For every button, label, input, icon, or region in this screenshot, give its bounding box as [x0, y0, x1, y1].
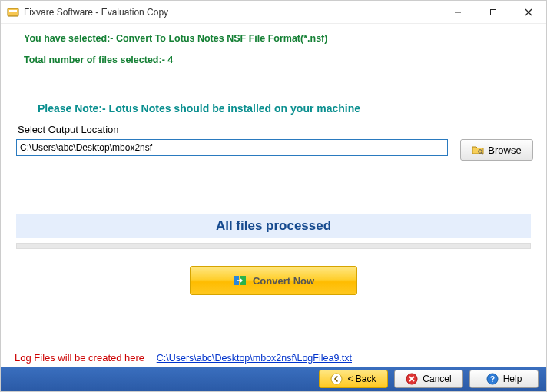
cancel-label: Cancel — [423, 374, 451, 384]
folder-search-icon — [472, 145, 484, 155]
log-prefix: Log Files will be created here — [15, 352, 144, 364]
output-location-label: Select Output Location — [18, 124, 546, 135]
maximize-button[interactable] — [476, 1, 511, 23]
svg-rect-1 — [9, 10, 17, 12]
convert-icon — [233, 274, 247, 287]
title-bar: Fixvare Software - Evaluation Copy — [1, 1, 546, 24]
log-file-link[interactable]: C:\Users\abc\Desktop\mbox2nsf\LogFilea9.… — [157, 353, 352, 364]
cancel-button[interactable]: Cancel — [394, 370, 463, 388]
convert-now-button[interactable]: Convert Now — [190, 266, 357, 295]
progress-bar — [16, 243, 531, 249]
svg-text:?: ? — [490, 375, 495, 384]
help-label: Help — [503, 374, 522, 384]
close-button[interactable] — [511, 1, 546, 23]
minimize-button[interactable] — [440, 1, 476, 23]
browse-button[interactable]: Browse — [460, 139, 533, 161]
help-button[interactable]: ? Help — [469, 370, 539, 388]
convert-label: Convert Now — [253, 275, 314, 287]
browse-label: Browse — [488, 145, 521, 156]
log-line: Log Files will be created here C:\Users\… — [15, 352, 352, 364]
back-button[interactable]: < Back — [319, 370, 388, 388]
selected-format-text: You have selected:- Convert To Lotus Not… — [24, 33, 546, 44]
back-label: < Back — [347, 374, 376, 384]
note-text: Please Note:- Lotus Notes should be inst… — [38, 102, 546, 115]
cancel-icon — [406, 373, 418, 385]
output-path-input[interactable] — [16, 139, 448, 156]
main-content: You have selected:- Convert To Lotus Not… — [1, 24, 546, 367]
svg-rect-3 — [491, 9, 496, 15]
output-row: Browse — [16, 137, 546, 158]
help-icon: ? — [486, 373, 499, 385]
app-icon — [7, 6, 19, 18]
window-controls — [440, 1, 546, 23]
svg-rect-0 — [8, 8, 18, 16]
arrow-left-icon — [330, 373, 343, 385]
window-title: Fixvare Software - Evaluation Copy — [24, 7, 168, 18]
bottom-button-bar: < Back Cancel ? Help — [1, 367, 546, 391]
file-count-text: Total number of files selected:- 4 — [24, 55, 546, 65]
svg-point-10 — [331, 374, 342, 384]
status-banner: All files processed — [16, 214, 531, 238]
